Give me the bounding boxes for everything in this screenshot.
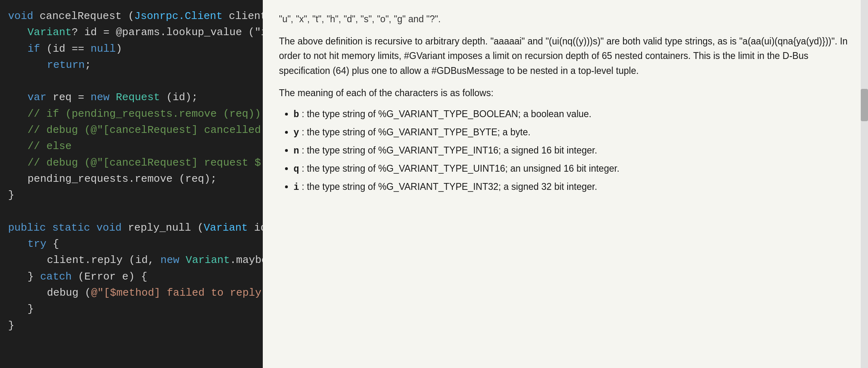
list-item: n : the type string of %G_VARIANT_TYPE_I… <box>294 143 852 159</box>
code-line-2: Variant? id = @params.lookup_value ("id"… <box>8 24 263 40</box>
code-line-8: // debug (@"[cancelRequest] cancelled <box>8 122 263 138</box>
code-line-9: // else <box>8 138 263 154</box>
code-line-6: var req = new Request (id); <box>8 89 263 105</box>
code-line-4: return; <box>8 57 263 73</box>
documentation-panel: "u", "x", "t", "h", "d", "s", "o", "g" a… <box>263 0 868 368</box>
list-item: y : the type string of %G_VARIANT_TYPE_B… <box>294 124 852 141</box>
doc-top-text-content: "u", "x", "t", "h", "d", "s", "o", "g" a… <box>279 14 441 24</box>
code-line-17: } catch (Error e) { <box>8 269 263 285</box>
code-line-18: debug (@"[$method] failed to reply to cl… <box>8 285 263 301</box>
code-line-12: } <box>8 187 263 203</box>
scrollbar[interactable] <box>861 0 868 368</box>
list-item: q : the type string of %G_VARIANT_TYPE_U… <box>294 161 852 177</box>
list-item: b : the type string of %G_VARIANT_TYPE_B… <box>294 106 852 123</box>
list-item: i : the type string of %G_VARIANT_TYPE_I… <box>294 179 852 196</box>
doc-section2-content: The meaning of each of the characters is… <box>279 88 494 98</box>
doc-top-text: "u", "x", "t", "h", "d", "s", "o", "g" a… <box>279 12 852 27</box>
code-line-19: } <box>8 301 263 317</box>
doc-type-list: b : the type string of %G_VARIANT_TYPE_B… <box>279 106 852 196</box>
code-line-3: if (id == null) <box>8 41 263 57</box>
code-line-10: // debug (@"[cancelRequest] request $ <box>8 155 263 171</box>
code-line-5 <box>8 73 263 89</box>
code-line-15: try { <box>8 236 263 252</box>
doc-section-1: The above definition is recursive to arb… <box>279 34 852 78</box>
code-line-16: client.reply (id, new Variant.maybe (Var… <box>8 252 263 268</box>
code-editor: void cancelRequest (Jsonrpc.Client clien… <box>0 0 263 368</box>
doc-section1-content: The above definition is recursive to arb… <box>279 36 848 76</box>
doc-meaning-header: The meaning of each of the characters is… <box>279 86 852 101</box>
code-line-20: } <box>8 318 263 334</box>
code-line-11: pending_requests.remove (req); <box>8 171 263 187</box>
code-line-13 <box>8 204 263 220</box>
scrollbar-thumb[interactable] <box>861 89 868 121</box>
code-line-1: void cancelRequest (Jsonrpc.Client clien… <box>8 8 263 24</box>
code-line-14: public static void reply_null (Variant i… <box>8 220 263 236</box>
code-line-7: // if (pending_requests.remove (req)) <box>8 106 263 122</box>
